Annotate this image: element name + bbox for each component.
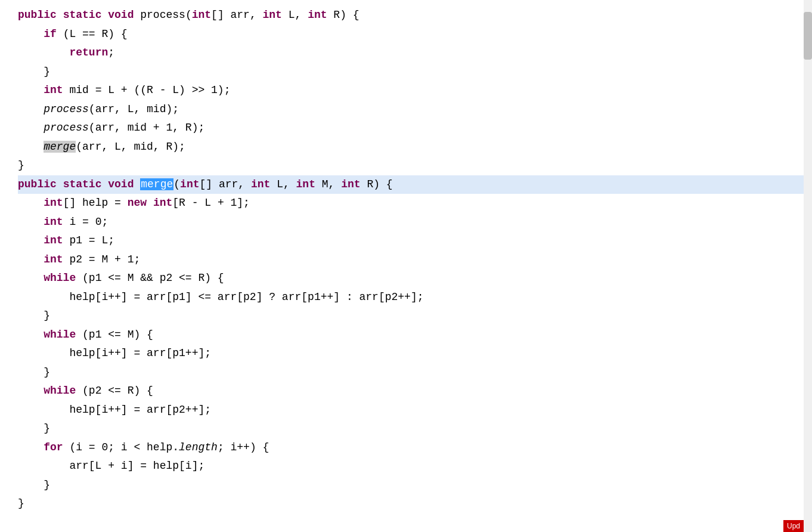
- keyword-token: int: [44, 216, 63, 228]
- code-line-19: while (p1 <= M) {: [18, 326, 812, 345]
- keyword-token: int: [341, 178, 360, 190]
- plain-token: [18, 441, 44, 453]
- keyword-token: while: [44, 272, 76, 284]
- plain-token: ;: [108, 47, 114, 58]
- method-token-highlight: merge: [44, 141, 76, 153]
- plain-token: (p1 <= M) {: [76, 329, 153, 341]
- plain-token: (: [173, 178, 180, 190]
- plain-token: L,: [282, 9, 308, 21]
- scrollbar-track[interactable]: [804, 0, 812, 532]
- keyword-token: int: [308, 9, 327, 21]
- keyword-token: int: [44, 84, 63, 96]
- keyword-token: static: [63, 9, 109, 21]
- code-line-15: int p2 = M + 1;: [18, 250, 812, 270]
- code-editor: public static void process(int[] arr, in…: [0, 0, 812, 532]
- code-line-9: }: [18, 156, 812, 175]
- code-line-7: process(arr, mid + 1, R);: [18, 119, 812, 138]
- keyword-token: int: [44, 234, 63, 246]
- keyword-token: static: [63, 178, 109, 190]
- plain-token: L,: [270, 178, 296, 190]
- scrollbar-thumb[interactable]: [804, 12, 812, 60]
- plain-token: }: [18, 366, 50, 378]
- plain-token: R) {: [327, 9, 359, 21]
- code-line-2: if (L == R) {: [18, 25, 812, 44]
- plain-token: [] help =: [63, 197, 128, 209]
- plain-token: }: [18, 66, 50, 78]
- plain-token: }: [18, 310, 50, 321]
- plain-token: [R - L + 1];: [172, 197, 250, 209]
- keyword-token: for: [44, 441, 63, 453]
- method-token: process: [44, 122, 89, 134]
- code-line-22: while (p2 <= R) {: [18, 382, 812, 401]
- code-line-4: }: [18, 63, 812, 82]
- plain-token: [147, 197, 153, 209]
- code-line-18: }: [18, 307, 812, 326]
- plain-token: process(: [140, 9, 191, 21]
- keyword-token: public: [18, 9, 63, 21]
- plain-token: [] arr,: [200, 178, 251, 190]
- plain-token: [18, 216, 44, 228]
- keyword-token: while: [44, 329, 76, 341]
- code-line-27: }: [18, 476, 812, 495]
- keyword-token: new: [128, 197, 147, 209]
- keyword-token: int: [44, 253, 63, 265]
- keyword-token: int: [263, 9, 282, 21]
- plain-token: [18, 329, 44, 341]
- selected-token: merge: [140, 178, 173, 190]
- code-line-8: merge(arr, L, mid, R);: [18, 138, 812, 157]
- keyword-token: public: [18, 178, 63, 190]
- plain-token: [18, 234, 44, 246]
- keyword-token: int: [296, 178, 315, 190]
- plain-token: R) {: [361, 178, 393, 190]
- plain-token: [18, 47, 69, 58]
- keyword-token: if: [44, 28, 57, 40]
- plain-token: (L == R) {: [57, 28, 128, 40]
- keyword-token: void: [108, 178, 140, 190]
- plain-token: (arr, L, mid);: [89, 103, 179, 115]
- plain-token: }: [18, 159, 24, 171]
- plain-token: [] arr,: [211, 9, 262, 21]
- keyword-token: int: [180, 178, 199, 190]
- code-line-13: int i = 0;: [18, 213, 812, 232]
- keyword-token: int: [192, 9, 211, 21]
- plain-token: [18, 103, 44, 115]
- code-line-24: }: [18, 419, 812, 438]
- plain-token: }: [18, 479, 50, 491]
- plain-token: [18, 385, 44, 397]
- code-line-16: while (p1 <= M && p2 <= R) {: [18, 269, 812, 288]
- plain-token: }: [18, 497, 24, 509]
- plain-token: arr[L + i] = help[i];: [18, 460, 204, 472]
- code-line-21: }: [18, 363, 812, 382]
- plain-token: (p2 <= R) {: [76, 385, 153, 397]
- plain-token: ; i++) {: [218, 441, 269, 453]
- bottom-bar: Upd: [783, 520, 804, 532]
- plain-token: }: [18, 422, 50, 434]
- code-line-28: }: [18, 494, 812, 514]
- plain-token: help[i++] = arr[p1] <= arr[p2] ? arr[p1+…: [18, 291, 424, 303]
- plain-token: (i = 0; i < help.: [63, 441, 179, 453]
- code-line-26: arr[L + i] = help[i];: [18, 457, 812, 476]
- plain-token: p1 = L;: [63, 234, 114, 246]
- plain-token: [18, 197, 44, 209]
- plain-token: i = 0;: [63, 216, 109, 228]
- method-token: length: [179, 441, 218, 453]
- plain-token: [18, 272, 44, 284]
- plain-token: (arr, L, mid, R);: [76, 141, 185, 153]
- keyword-token: int: [44, 197, 63, 209]
- code-line-25: for (i = 0; i < help.length; i++) {: [18, 438, 812, 457]
- keyword-token: return: [69, 47, 108, 58]
- code-line-20: help[i++] = arr[p1++];: [18, 344, 812, 363]
- code-line-12: int[] help = new int[R - L + 1];: [18, 194, 812, 213]
- code-line-14: int p1 = L;: [18, 231, 812, 250]
- plain-token: mid = L + ((R - L) >> 1);: [63, 84, 231, 96]
- plain-token: p2 = M + 1;: [63, 253, 141, 265]
- code-line-23: help[i++] = arr[p2++];: [18, 401, 812, 420]
- plain-token: [18, 84, 44, 96]
- plain-token: [18, 122, 44, 134]
- plain-token: (arr, mid + 1, R);: [89, 122, 204, 134]
- plain-token: help[i++] = arr[p2++];: [18, 404, 211, 416]
- code-line-11: public static void merge(int[] arr, int …: [18, 175, 812, 194]
- keyword-token: int: [251, 178, 270, 190]
- plain-token: M,: [315, 178, 341, 190]
- plain-token: [18, 28, 44, 40]
